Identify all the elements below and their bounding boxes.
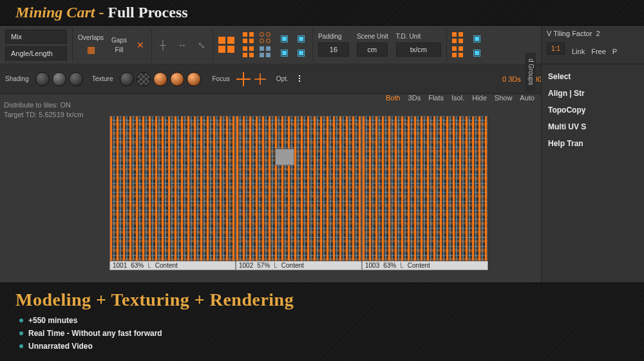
focus-crosshair-1[interactable] <box>236 72 251 86</box>
scene-unit-label: Scene Unit <box>357 33 388 40</box>
udim-tile-1003[interactable] <box>362 116 488 261</box>
gaps-label: Gaps <box>111 37 127 44</box>
ratio-chip[interactable]: 1:1 <box>547 42 565 55</box>
padding-input[interactable]: 16 <box>318 42 349 57</box>
texture-sphere-4[interactable] <box>187 72 201 86</box>
bottom-headline: Modeling + Texturing + Rendering <box>15 290 629 310</box>
right-menu: Select Align | Str TopoCopy Multi UV S H… <box>542 64 644 156</box>
cyan-box-icon-5[interactable]: ▣ <box>471 32 483 44</box>
td-unit-dropdown[interactable]: tx/cm <box>396 42 441 57</box>
grid-icon-3b[interactable] <box>452 46 464 58</box>
menu-topocopy[interactable]: TopoCopy <box>542 102 644 118</box>
view-mode-row: Both 3Ds Flats Isol. Hide Show Auto <box>386 94 535 102</box>
texture-sphere-3[interactable] <box>170 72 184 86</box>
bottom-banner: Modeling + Texturing + Rendering +550 mi… <box>0 282 644 361</box>
padding-label: Padding <box>318 33 342 40</box>
udim-label-1001: 100163%LContent <box>109 261 236 270</box>
overlaps-icon[interactable]: ▦ <box>85 44 97 55</box>
menu-helptran[interactable]: Help Tran <box>542 135 644 152</box>
udim-tile-1002[interactable] <box>236 116 362 261</box>
cyan-box-icon-1[interactable]: ▣ <box>279 32 290 44</box>
texture-sphere-checker[interactable] <box>137 72 151 86</box>
transform-icon-3[interactable]: ⤡ <box>196 39 207 51</box>
mode-show[interactable]: Show <box>495 94 513 102</box>
udim-label-1002: 100257%LContent <box>236 261 362 270</box>
td-unit-label: T.D. Unit <box>396 33 421 40</box>
grid-icon-2b[interactable] <box>243 46 254 58</box>
overlaps-label: Overlaps <box>78 34 104 41</box>
vtiling-value[interactable]: 2 <box>596 30 600 37</box>
circle-grid-icon[interactable] <box>260 32 271 44</box>
mix-dropdown[interactable]: Mix <box>5 30 67 44</box>
title-banner: Mining Cart - Full Process <box>0 0 644 26</box>
texture-sphere-1[interactable] <box>120 72 134 86</box>
title-dash: - <box>95 4 108 21</box>
transform-icon-1[interactable]: ┼ <box>157 39 169 51</box>
texture-sphere-2[interactable] <box>153 72 167 86</box>
shading-sphere-3[interactable] <box>69 72 83 86</box>
opt-label: Opt. <box>276 75 289 82</box>
title-accent: Mining Cart <box>15 4 95 21</box>
title-rest: Full Process <box>108 4 187 21</box>
side-tab-groups[interactable]: d Groups <box>526 53 536 91</box>
transform-icon-2[interactable]: ↔ <box>176 39 188 51</box>
vtiling-label: V Tiling Factor 2 <box>547 30 639 37</box>
link-btn[interactable]: Link <box>572 48 585 55</box>
bottom-bullets: +550 minutes Real Time - Without any fas… <box>15 314 629 353</box>
bullet-3: Unnarrated Video <box>28 340 629 353</box>
shading-sphere-2[interactable] <box>52 72 66 86</box>
cyan-box-icon-3[interactable]: ▣ <box>279 46 290 58</box>
x-icon[interactable]: ✕ <box>135 39 146 51</box>
udim-label-1003: 100363%LContent <box>362 261 488 270</box>
cyan-box-icon-4[interactable]: ▣ <box>296 46 307 58</box>
mode-3ds[interactable]: 3Ds <box>408 94 421 102</box>
udim-tile-1001[interactable] <box>109 116 236 261</box>
cyan-box-icon-6[interactable]: ▣ <box>471 46 483 58</box>
grid-icon-3a[interactable] <box>452 32 464 44</box>
texture-label: Texture <box>92 75 113 82</box>
menu-align[interactable]: Align | Str <box>542 85 644 102</box>
mode-hide[interactable]: Hide <box>472 94 487 102</box>
free-btn[interactable]: Free <box>591 48 606 55</box>
viewport-overlay-text: Distribute to tiles: ON Target TD: 5.625… <box>4 100 83 120</box>
mode-flats[interactable]: Flats <box>428 94 444 102</box>
mode-both[interactable]: Both <box>386 94 401 102</box>
menu-multiuv[interactable]: Multi UV S <box>542 118 644 135</box>
uv-viewport[interactable]: 100163%LContent100257%LContent100363%LCo… <box>109 116 489 270</box>
shading-label: Shading <box>5 75 29 82</box>
overlay-line-1: Distribute to tiles: ON <box>4 100 83 110</box>
bullet-1: +550 minutes <box>28 314 629 327</box>
fill-label[interactable]: Fill <box>115 46 124 53</box>
menu-select[interactable]: Select <box>542 68 644 85</box>
p-btn[interactable]: P <box>612 48 617 55</box>
cyan-box-icon-2[interactable]: ▣ <box>296 32 307 44</box>
focus-crosshair-2[interactable] <box>254 73 266 85</box>
grid-icon-2a[interactable] <box>243 32 254 44</box>
opt-icon[interactable]: ⠇ <box>295 73 307 85</box>
mode-auto[interactable]: Auto <box>520 94 535 102</box>
grid-icon-2c[interactable] <box>260 46 271 58</box>
grid-icon-1[interactable] <box>218 37 235 53</box>
mode-isol[interactable]: Isol. <box>451 94 464 102</box>
shading-sphere-1[interactable] <box>35 72 50 86</box>
overlay-line-2: Target TD: 5.62519 tx/cm <box>4 110 83 120</box>
bullet-2: Real Time - Without any fast forward <box>28 327 629 340</box>
scene-unit-dropdown[interactable]: cm <box>357 42 388 57</box>
angle-length-dropdown[interactable]: Angle/Length <box>5 46 67 60</box>
stat-3ds: 0 3Ds <box>502 75 521 83</box>
right-panel: V Tiling Factor 2 1:1 Link Free P Select… <box>541 26 644 282</box>
focus-label: Focus <box>213 75 230 82</box>
